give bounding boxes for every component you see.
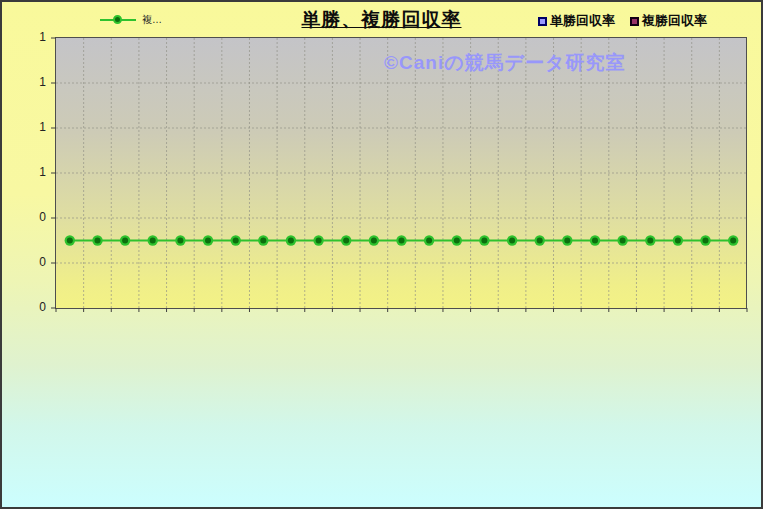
watermark-text: ©Caniの競馬データ研究室 bbox=[384, 50, 626, 76]
legend-item-place-roi: 複勝回収率 bbox=[630, 12, 707, 30]
line-series-legend: 複… bbox=[100, 13, 162, 27]
data-point-marker-core bbox=[150, 238, 156, 244]
data-point-marker-core bbox=[260, 238, 266, 244]
line-legend-marker-icon bbox=[113, 15, 122, 24]
data-point-marker-core bbox=[95, 238, 101, 244]
win-roi-marker-icon bbox=[538, 17, 547, 26]
data-point-marker-core bbox=[592, 238, 598, 244]
data-point-marker-core bbox=[288, 238, 294, 244]
y-axis-label: 1 bbox=[2, 75, 46, 89]
data-point-marker-core bbox=[620, 238, 626, 244]
data-point-marker-core bbox=[426, 238, 432, 244]
y-axis-label: 1 bbox=[2, 30, 46, 44]
chart-canvas: 単勝、複勝回収率 複… 単勝回収率 複勝回収率 1111000 ©Caniの競馬… bbox=[0, 0, 763, 509]
data-point-marker-core bbox=[481, 238, 487, 244]
y-axis-label: 1 bbox=[2, 120, 46, 134]
data-point-marker-core bbox=[399, 238, 405, 244]
data-point-marker-core bbox=[316, 238, 322, 244]
data-point-marker-core bbox=[454, 238, 460, 244]
win-roi-label: 単勝回収率 bbox=[550, 12, 615, 30]
chart-plot-area bbox=[55, 37, 747, 309]
bar-series-legend: 単勝回収率 複勝回収率 bbox=[538, 12, 707, 30]
data-point-marker-core bbox=[675, 238, 681, 244]
data-point-marker-core bbox=[730, 238, 736, 244]
data-point-marker-core bbox=[509, 238, 515, 244]
data-point-marker-core bbox=[703, 238, 709, 244]
data-point-marker-core bbox=[67, 238, 73, 244]
y-axis-label: 0 bbox=[2, 210, 46, 224]
plot-graphics bbox=[56, 38, 747, 308]
data-point-marker-core bbox=[537, 238, 543, 244]
legend-item-win-roi: 単勝回収率 bbox=[538, 12, 615, 30]
data-point-marker-core bbox=[177, 238, 183, 244]
data-point-marker-core bbox=[205, 238, 211, 244]
line-legend-sample bbox=[100, 19, 136, 21]
line-legend-label: 複… bbox=[142, 13, 162, 27]
y-axis-label: 0 bbox=[2, 300, 46, 314]
y-axis-label: 1 bbox=[2, 165, 46, 179]
data-point-marker-core bbox=[371, 238, 377, 244]
place-roi-label: 複勝回収率 bbox=[642, 12, 707, 30]
data-point-marker-core bbox=[343, 238, 349, 244]
data-point-marker-core bbox=[122, 238, 128, 244]
data-point-marker-core bbox=[564, 238, 570, 244]
data-point-marker-core bbox=[233, 238, 239, 244]
place-roi-marker-icon bbox=[630, 17, 639, 26]
y-axis-label: 0 bbox=[2, 255, 46, 269]
data-point-marker-core bbox=[647, 238, 653, 244]
